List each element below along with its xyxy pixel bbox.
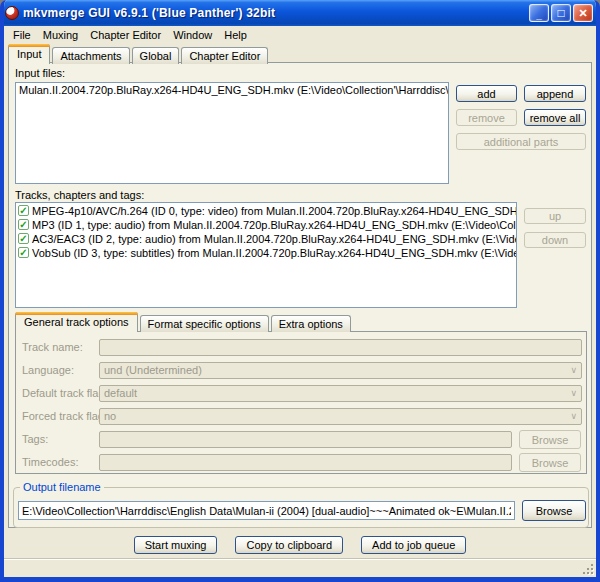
output-browse-button[interactable]: Browse xyxy=(522,500,586,521)
additional-parts-button[interactable]: additional parts xyxy=(456,133,586,150)
default-track-flag-label: Default track flag: xyxy=(22,385,108,402)
track-checkbox-checked-icon[interactable]: ✓ xyxy=(18,247,29,258)
close-button[interactable]: ✕ xyxy=(573,4,593,22)
default-track-flag-value: default xyxy=(104,387,137,399)
close-icon: ✕ xyxy=(574,7,592,20)
forced-track-flag-value: no xyxy=(104,410,116,422)
menu-window[interactable]: Window xyxy=(167,27,218,43)
window-body: Input Attachments Global Chapter Editor … xyxy=(4,44,596,577)
output-filename-field[interactable] xyxy=(18,501,515,520)
mkvmerge-app-icon xyxy=(5,6,19,20)
tags-browse-button[interactable]: Browse xyxy=(519,430,581,449)
window-controls: _ □ ✕ xyxy=(529,4,593,22)
tab-global[interactable]: Global xyxy=(132,47,180,64)
tab-format-specific-options[interactable]: Format specific options xyxy=(140,315,269,332)
chevron-down-icon: ∨ xyxy=(570,364,577,377)
tab-input[interactable]: Input xyxy=(8,44,50,64)
remove-button[interactable]: remove xyxy=(456,109,517,126)
tab-attachments[interactable]: Attachments xyxy=(52,47,129,64)
resize-grip-icon[interactable] xyxy=(581,562,594,575)
track-text: MP3 (ID 1, type: audio) from Mulan.II.20… xyxy=(32,219,516,231)
tracks-label: Tracks, chapters and tags: xyxy=(15,189,144,201)
tab-extra-options[interactable]: Extra options xyxy=(271,315,351,332)
general-track-options-panel: Track name: Language: und (Undetermined)… xyxy=(15,331,587,474)
minimize-icon: _ xyxy=(530,10,548,20)
tracks-list[interactable]: ✓ MPEG-4p10/AVC/h.264 (ID 0, type: video… xyxy=(15,202,517,308)
timecodes-field[interactable] xyxy=(99,454,512,471)
minimize-button[interactable]: _ xyxy=(529,4,549,22)
main-tabs: Input Attachments Global Chapter Editor xyxy=(8,45,270,63)
track-checkbox-checked-icon[interactable]: ✓ xyxy=(18,205,29,216)
remove-all-button[interactable]: remove all xyxy=(524,109,586,126)
status-bar xyxy=(4,558,596,577)
track-row-mp3[interactable]: ✓ MP3 (ID 1, type: audio) from Mulan.II.… xyxy=(16,218,516,231)
down-button[interactable]: down xyxy=(524,232,586,248)
app-window: mkvmerge GUI v6.9.1 ('Blue Panther') 32b… xyxy=(0,0,600,582)
maximize-button[interactable]: □ xyxy=(551,4,571,22)
track-text: VobSub (ID 3, type: subtitles) from Mula… xyxy=(32,247,516,259)
track-row-video[interactable]: ✓ MPEG-4p10/AVC/h.264 (ID 0, type: video… xyxy=(16,204,516,217)
input-files-list[interactable]: Mulan.II.2004.720p.BluRay.x264-HD4U_ENG_… xyxy=(15,82,449,184)
track-name-label: Track name: xyxy=(22,339,83,356)
chevron-down-icon: ∨ xyxy=(570,410,577,423)
language-value: und (Undetermined) xyxy=(104,364,202,376)
add-button[interactable]: add xyxy=(456,85,517,102)
menubar: File Muxing Chapter Editor Window Help xyxy=(4,26,596,44)
menu-muxing[interactable]: Muxing xyxy=(37,27,84,43)
input-file-row[interactable]: Mulan.II.2004.720p.BluRay.x264-HD4U_ENG_… xyxy=(16,83,448,97)
forced-track-flag-label: Forced track flag: xyxy=(22,408,107,425)
timecodes-label: Timecodes: xyxy=(22,454,78,471)
track-row-vobsub[interactable]: ✓ VobSub (ID 3, type: subtitles) from Mu… xyxy=(16,246,516,259)
add-to-job-queue-button[interactable]: Add to job queue xyxy=(361,536,466,554)
track-name-field[interactable] xyxy=(99,339,582,356)
track-text: MPEG-4p10/AVC/h.264 (ID 0, type: video) … xyxy=(32,205,516,217)
up-button[interactable]: up xyxy=(524,208,586,224)
tags-label: Tags: xyxy=(22,431,48,448)
input-files-label: Input files: xyxy=(15,67,65,79)
copy-to-clipboard-button[interactable]: Copy to clipboard xyxy=(235,536,343,554)
menu-file[interactable]: File xyxy=(7,27,37,43)
timecodes-browse-button[interactable]: Browse xyxy=(519,453,581,472)
language-select[interactable]: und (Undetermined)∨ xyxy=(99,362,582,379)
output-filename-group: Output filename Browse xyxy=(13,487,589,528)
track-row-ac3[interactable]: ✓ AC3/EAC3 (ID 2, type: audio) from Mula… xyxy=(16,232,516,245)
titlebar[interactable]: mkvmerge GUI v6.9.1 ('Blue Panther') 32b… xyxy=(0,0,600,26)
output-filename-label: Output filename xyxy=(20,481,104,493)
forced-track-flag-select[interactable]: no∨ xyxy=(99,408,582,425)
track-text: AC3/EAC3 (ID 2, type: audio) from Mulan.… xyxy=(32,233,516,245)
tab-chapter-editor[interactable]: Chapter Editor xyxy=(181,47,268,64)
language-label: Language: xyxy=(22,362,74,379)
track-option-tabs: General track options Format specific op… xyxy=(15,313,353,331)
menu-chapter-editor[interactable]: Chapter Editor xyxy=(84,27,167,43)
input-tab-page: Input files: Mulan.II.2004.720p.BluRay.x… xyxy=(8,62,592,528)
tags-field[interactable] xyxy=(99,431,512,448)
default-track-flag-select[interactable]: default∨ xyxy=(99,385,582,402)
track-checkbox-checked-icon[interactable]: ✓ xyxy=(18,233,29,244)
tab-general-track-options[interactable]: General track options xyxy=(15,312,138,332)
chevron-down-icon: ∨ xyxy=(570,387,577,400)
append-button[interactable]: append xyxy=(524,85,586,102)
window-title: mkvmerge GUI v6.9.1 ('Blue Panther') 32b… xyxy=(23,6,529,20)
maximize-icon: □ xyxy=(552,7,570,20)
track-checkbox-checked-icon[interactable]: ✓ xyxy=(18,219,29,230)
menu-help[interactable]: Help xyxy=(218,27,253,43)
start-muxing-button[interactable]: Start muxing xyxy=(134,536,218,554)
action-row: Start muxing Copy to clipboard Add to jo… xyxy=(4,536,596,554)
